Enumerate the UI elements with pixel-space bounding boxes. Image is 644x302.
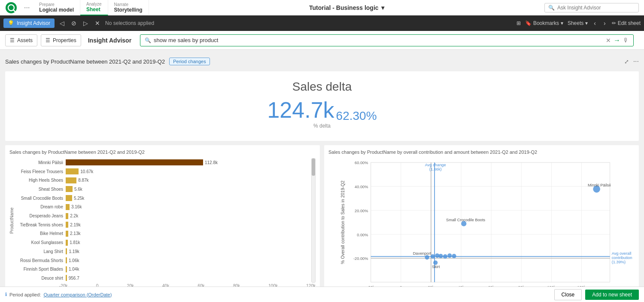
nav-dots-menu[interactable]: ··· <box>24 4 30 12</box>
period-changes-badge[interactable]: Period changes <box>169 58 210 65</box>
selections-clear-btn[interactable]: ✕ <box>93 18 102 28</box>
selections-back-btn[interactable]: ◁ <box>58 18 66 28</box>
bookmarks-button[interactable]: 🔖 Bookmarks ▾ <box>525 20 563 26</box>
nav-analyze-value: Sheet <box>86 6 102 12</box>
selections-lock-btn[interactable]: ⊘ <box>70 18 78 28</box>
scatter-chart-container: Sales changes by ProductName by overall … <box>324 145 639 287</box>
bar-fill[interactable] <box>66 195 72 201</box>
bar-row-bar-area: 1.06k <box>66 257 310 263</box>
bar-row: Small Crocodile Boots5.25k <box>16 194 310 202</box>
nav-analyze[interactable]: Analyze Sheet <box>80 0 108 15</box>
bar-row-label: Finnish Sport Blades <box>16 267 63 271</box>
ia-search-input[interactable] <box>154 37 603 43</box>
bar-row: Kool Sunglasses1.81k <box>16 239 310 247</box>
bar-fill[interactable] <box>66 186 73 192</box>
kpi-main-value: 124.7k <box>267 97 334 123</box>
sheets-button[interactable]: Sheets ▾ <box>568 20 588 26</box>
bar-value-label: 2.2k <box>70 214 78 218</box>
bar-value-label: 5.25k <box>74 196 84 201</box>
prev-sheet-btn[interactable]: ‹ <box>592 18 598 28</box>
bar-fill[interactable] <box>66 177 76 183</box>
bar-fill[interactable] <box>66 275 67 281</box>
ia-search-bar[interactable]: 🔍 ✕ → 🎙 <box>140 34 634 46</box>
bar-fill[interactable] <box>66 222 68 228</box>
bar-fill[interactable] <box>66 159 203 165</box>
bar-x-tick: 0 <box>96 284 99 287</box>
bar-chart-scrollbar[interactable] <box>311 158 316 283</box>
ia-go-button[interactable]: → <box>614 37 620 44</box>
lightbulb-icon: 💡 <box>8 20 14 26</box>
bar-fill[interactable] <box>66 266 67 272</box>
chart-menu-button[interactable]: ··· <box>633 58 639 65</box>
edit-sheet-button[interactable]: ✏ Edit sheet <box>612 20 641 26</box>
assets-tab[interactable]: ☰ Assets <box>5 34 37 46</box>
bar-row: High Heels Shoes8.87k <box>16 177 310 184</box>
svg-rect-3 <box>371 162 610 282</box>
nav-analyze-label: Analyze <box>86 2 102 6</box>
bar-fill[interactable] <box>66 231 68 237</box>
bar-row-bar-area: 5.25k <box>66 195 310 201</box>
bar-x-tick: 20k <box>127 284 134 287</box>
ia-title: Insight Advisor <box>88 37 131 44</box>
bar-value-label: 2.13k <box>70 231 80 236</box>
kpi-delta-label: % delta <box>14 123 630 129</box>
svg-text:% Overall contribution to Sale: % Overall contribution to Sales in 2019-… <box>340 180 345 264</box>
nav-narrate[interactable]: Narrate Storytelling <box>108 0 149 15</box>
bookmarks-chevron-icon: ▾ <box>561 20 563 26</box>
top-search-input[interactable] <box>557 5 635 11</box>
kpi-section: Sales delta 124.7k 62.30% % delta <box>5 71 639 141</box>
bar-row-label: Deuce shirt <box>16 276 63 281</box>
selections-forward-btn[interactable]: ▷ <box>82 18 90 28</box>
insight-advisor-nav-button[interactable]: 💡 Insight Advisor <box>3 18 55 28</box>
bar-chart-title: Sales changes by ProductName between 202… <box>9 149 316 155</box>
svg-point-41 <box>452 254 456 258</box>
bar-row-label: TieBreak Tennis shoes <box>16 223 63 227</box>
bar-value-label: 112.8k <box>205 160 218 165</box>
ia-mic-button[interactable]: 🎙 <box>623 37 629 44</box>
bar-value-label: 1.06k <box>69 258 79 263</box>
bar-fill[interactable] <box>66 168 79 174</box>
bar-row-label: Small Crocodile Boots <box>16 196 63 201</box>
grid-view-button[interactable]: ⊞ <box>516 20 521 26</box>
bar-x-tick: 60k <box>197 284 204 287</box>
bar-row: Desperado Jeans2.2k <box>16 212 310 220</box>
bar-x-tick: 80k <box>233 284 240 287</box>
nav-narrate-value: Storytelling <box>114 7 143 13</box>
second-toolbar: 💡 Insight Advisor ◁ ⊘ ▷ ✕ No selections … <box>0 15 644 31</box>
app-title-button[interactable]: Tutorial - Business logic ▾ <box>309 4 384 11</box>
bar-x-tick: 40k <box>162 284 169 287</box>
ia-clear-button[interactable]: ✕ <box>606 37 611 44</box>
bar-row: Rossi Bermuda Shorts1.06k <box>16 256 310 264</box>
bar-chart-y-label: ProductName <box>9 158 14 283</box>
bar-row-bar-area: 1.19k <box>66 248 310 254</box>
bar-fill[interactable] <box>66 204 70 210</box>
bar-x-tick: 120k <box>306 284 316 287</box>
svg-text:Avg overall: Avg overall <box>612 251 632 256</box>
next-sheet-btn[interactable]: › <box>602 18 608 28</box>
qlik-logo[interactable] <box>5 2 17 14</box>
bar-row-bar-area: 10.67k <box>66 168 310 174</box>
bar-row-label: Lang Shirt <box>16 249 63 254</box>
properties-tab[interactable]: ☰ Properties <box>41 34 81 46</box>
bar-row-label: Feiss Fleece Trousers <box>16 169 63 174</box>
bar-fill[interactable] <box>66 240 68 246</box>
nav-prepare[interactable]: Prepare Logical model <box>33 0 80 15</box>
bar-rows: Minnki Päilsii112.8kFeiss Fleece Trouser… <box>16 158 310 283</box>
top-search-box[interactable]: 🔍 <box>544 3 639 12</box>
svg-text:(1.39%): (1.39%) <box>612 260 626 264</box>
bar-row: Dream robe3.16k <box>16 203 310 211</box>
bar-x-tick: 100k <box>268 284 278 287</box>
toolbar-right: ⊞ 🔖 Bookmarks ▾ Sheets ▾ ‹ › ✏ Edit shee… <box>516 18 641 28</box>
bar-row: Lang Shirt1.19k <box>16 247 310 255</box>
bar-row-bar-area: 1.81k <box>66 240 310 246</box>
expand-button[interactable]: ⤢ <box>624 58 629 65</box>
bar-fill[interactable] <box>66 248 67 254</box>
bar-fill[interactable] <box>66 257 67 263</box>
bar-fill[interactable] <box>66 213 68 219</box>
kpi-title: Sales delta <box>14 80 630 94</box>
edit-sheet-label: Edit sheet <box>618 20 641 26</box>
scatter-chart-area: Avg change (1.66k) Avg overall contribut… <box>328 158 635 287</box>
ia-search-icon: 🔍 <box>145 37 151 43</box>
bar-row-label: Sheat Shoes <box>16 187 63 192</box>
bar-row-bar-area: 8.87k <box>66 177 310 183</box>
